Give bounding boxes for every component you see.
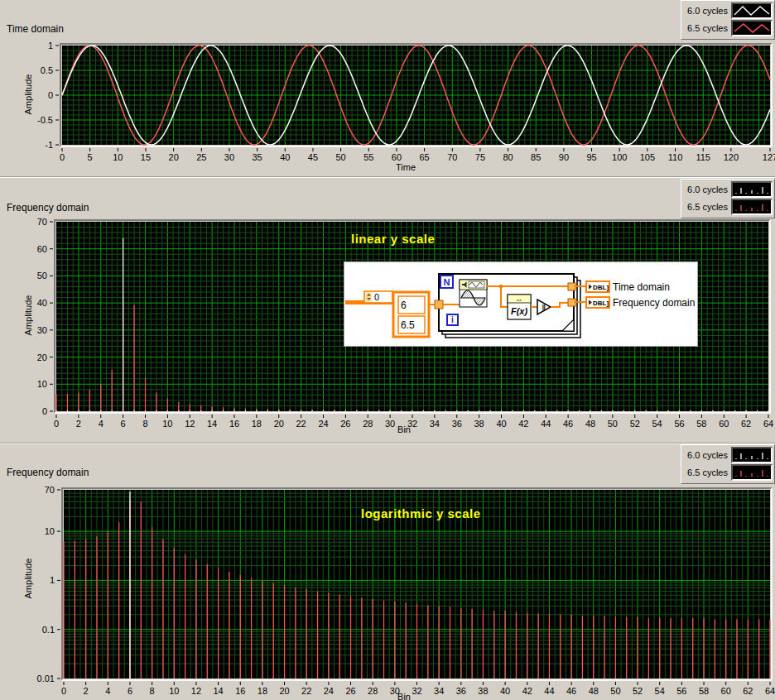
loop-tunnel bbox=[568, 283, 575, 290]
svg-text:28: 28 bbox=[363, 419, 373, 429]
legend-item-6-0-cycles[interactable]: 6.0 cycles bbox=[683, 181, 773, 198]
linear-scale-annotation: linear y scale bbox=[351, 232, 435, 246]
svg-text:-0.5: -0.5 bbox=[37, 115, 53, 125]
svg-text:F(x): F(x) bbox=[511, 306, 528, 316]
bin-axis-label: Bin bbox=[379, 424, 429, 434]
svg-text:10: 10 bbox=[162, 419, 172, 429]
svg-text:6.5: 6.5 bbox=[401, 319, 415, 331]
svg-text:0: 0 bbox=[374, 292, 379, 302]
svg-text:50: 50 bbox=[610, 686, 620, 696]
svg-text:120: 120 bbox=[724, 152, 739, 162]
svg-text:95: 95 bbox=[586, 152, 596, 162]
svg-text:50: 50 bbox=[608, 419, 618, 429]
svg-text:14: 14 bbox=[213, 686, 223, 696]
svg-text:48: 48 bbox=[585, 419, 595, 429]
legend-item-6-0-cycles[interactable]: 6.0 cycles bbox=[683, 2, 773, 19]
stem-plot-icon-red bbox=[731, 199, 773, 215]
svg-text:64: 64 bbox=[765, 686, 775, 696]
svg-text:0: 0 bbox=[42, 406, 47, 416]
svg-text:85: 85 bbox=[531, 152, 541, 162]
svg-text:i: i bbox=[451, 315, 454, 324]
svg-text:18: 18 bbox=[258, 686, 267, 696]
stem-plot-icon-red bbox=[731, 464, 773, 481]
legend-label: 6.0 cycles bbox=[687, 185, 728, 194]
fft-icon: ⇔ F(x) bbox=[508, 295, 531, 319]
svg-text:20: 20 bbox=[169, 152, 179, 162]
block-diagram-inset: 0 6 6.5 N i bbox=[344, 261, 698, 347]
svg-text:34: 34 bbox=[434, 686, 444, 696]
svg-text:22: 22 bbox=[301, 686, 311, 696]
svg-text:65: 65 bbox=[419, 152, 429, 162]
svg-text:58: 58 bbox=[699, 686, 709, 696]
svg-text:70: 70 bbox=[447, 152, 457, 162]
log-scale-annotation: logarithmic y scale bbox=[361, 506, 481, 520]
svg-text:70: 70 bbox=[37, 217, 47, 227]
dbl-indicator-frequency: DBL] bbox=[586, 297, 609, 308]
freq-log-graph-title: Frequency domain bbox=[7, 467, 89, 478]
legend-item-6-5-cycles[interactable]: 6.5 cycles bbox=[683, 199, 773, 215]
svg-text:24: 24 bbox=[324, 686, 334, 696]
svg-text:115: 115 bbox=[696, 152, 710, 162]
legend-item-6-0-cycles[interactable]: 6.0 cycles bbox=[683, 447, 773, 463]
svg-text:24: 24 bbox=[318, 419, 328, 429]
svg-text:110: 110 bbox=[668, 152, 683, 162]
loop-tunnel bbox=[435, 300, 443, 309]
labview-front-panel: { "colors": { "panel_background": "#d4d0… bbox=[0, 0, 775, 700]
time-axis-label: Time bbox=[381, 162, 431, 172]
svg-text:48: 48 bbox=[589, 686, 599, 696]
svg-text:90: 90 bbox=[559, 152, 569, 162]
freq-log-amplitude-axis-label: Amplitude bbox=[23, 545, 33, 611]
svg-text:42: 42 bbox=[522, 686, 532, 696]
svg-text:100: 100 bbox=[612, 152, 627, 162]
legend-item-6-5-cycles[interactable]: 6.5 cycles bbox=[683, 464, 773, 481]
svg-text:0.5: 0.5 bbox=[41, 65, 53, 75]
svg-text:45: 45 bbox=[308, 152, 318, 162]
svg-text:16: 16 bbox=[229, 419, 239, 429]
svg-text:25: 25 bbox=[196, 152, 206, 162]
svg-text:10: 10 bbox=[113, 152, 123, 162]
freq-linear-amplitude-axis-label: Amplitude bbox=[23, 282, 33, 348]
svg-text:36: 36 bbox=[456, 686, 466, 696]
svg-text:56: 56 bbox=[676, 686, 686, 696]
legend-label: 6.5 cycles bbox=[687, 23, 728, 33]
svg-text:56: 56 bbox=[674, 419, 684, 429]
svg-text:2: 2 bbox=[76, 419, 81, 429]
svg-text:6: 6 bbox=[401, 300, 407, 311]
panel-separator bbox=[0, 176, 775, 178]
svg-text:30: 30 bbox=[224, 152, 234, 162]
time-domain-graph: 0510152025303540455055606570758085909510… bbox=[0, 37, 775, 175]
inset-output-label: Time domain bbox=[613, 281, 670, 293]
stem-plot-icon-white bbox=[731, 181, 773, 198]
svg-text:DBL]: DBL] bbox=[593, 284, 609, 291]
svg-text:0: 0 bbox=[61, 686, 66, 696]
index-spinner-control: 0 bbox=[364, 291, 392, 303]
svg-text:52: 52 bbox=[630, 419, 640, 429]
svg-text:28: 28 bbox=[368, 686, 378, 696]
svg-text:30: 30 bbox=[37, 325, 47, 335]
svg-text:15: 15 bbox=[141, 152, 151, 162]
svg-text:62: 62 bbox=[743, 686, 753, 696]
bin-axis-label: Bin bbox=[379, 692, 429, 700]
svg-text:40: 40 bbox=[500, 686, 510, 696]
y-axis-tick-labels: 10.50-0.5-1 bbox=[37, 41, 59, 150]
svg-text:6: 6 bbox=[128, 686, 132, 696]
legend-label: 6.5 cycles bbox=[687, 202, 728, 212]
svg-text:1: 1 bbox=[50, 575, 55, 585]
svg-text:42: 42 bbox=[518, 419, 528, 429]
time-amplitude-axis-label: Amplitude bbox=[23, 61, 33, 127]
svg-text:36: 36 bbox=[452, 419, 462, 429]
svg-text:20: 20 bbox=[37, 352, 47, 362]
legend-item-6-5-cycles[interactable]: 6.5 cycles bbox=[683, 20, 773, 36]
stem-plot-icon-white bbox=[731, 447, 773, 463]
svg-text:10: 10 bbox=[169, 686, 179, 696]
svg-text:4: 4 bbox=[105, 686, 110, 696]
svg-text:50: 50 bbox=[37, 271, 47, 280]
svg-text:20: 20 bbox=[274, 419, 284, 429]
svg-text:22: 22 bbox=[296, 419, 306, 429]
svg-text:80: 80 bbox=[503, 152, 513, 162]
svg-text:60: 60 bbox=[721, 686, 731, 696]
inset-output-label: Frequency domain bbox=[613, 297, 695, 309]
line-plot-icon-red bbox=[731, 20, 773, 36]
svg-text:40: 40 bbox=[280, 152, 290, 162]
svg-text:8: 8 bbox=[150, 686, 155, 696]
